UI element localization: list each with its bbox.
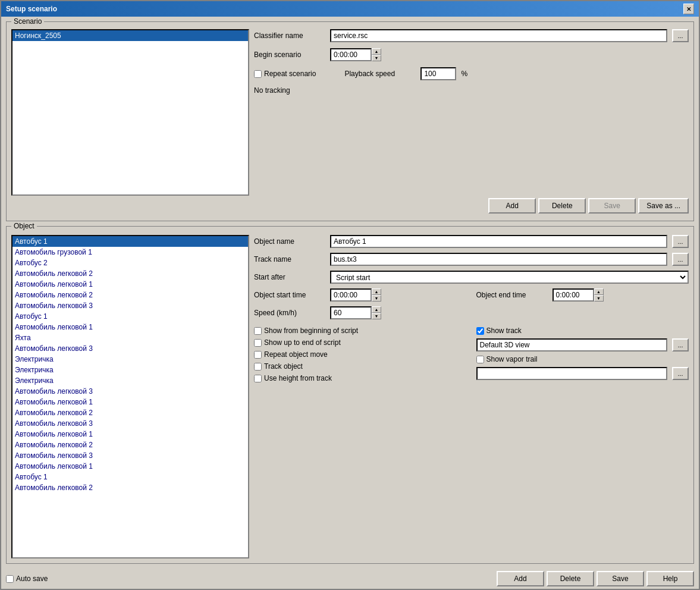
track-object-checkbox-label[interactable]: Track object: [254, 362, 467, 371]
object-start-up-button[interactable]: ▲: [372, 288, 381, 295]
show-track-checkbox-label[interactable]: Show track: [476, 327, 689, 335]
scenario-list-item[interactable]: Ногинск_2505: [12, 30, 248, 41]
object-list-item[interactable]: Электричка: [12, 354, 248, 365]
classifier-input[interactable]: [330, 29, 667, 42]
object-group-label: Object: [11, 222, 37, 230]
object-list-item[interactable]: Электричка: [12, 365, 248, 375]
speed-up-button[interactable]: ▲: [372, 306, 381, 313]
repeat-scenario-label: Repeat scenario: [264, 70, 316, 78]
speed-row: Speed (km/h) ▲ ▼: [254, 306, 689, 319]
speed-down-button[interactable]: ▼: [372, 313, 381, 319]
object-name-input[interactable]: [330, 235, 667, 248]
object-save-button[interactable]: Save: [597, 571, 644, 586]
object-start-time-row: Object start time ▲ ▼: [254, 288, 467, 302]
object-list-item-text: Автомобиль грузовой 1: [15, 248, 92, 256]
track-object-checkbox[interactable]: [254, 363, 262, 371]
object-list-item[interactable]: Автомобиль легковой 1: [12, 461, 248, 472]
object-list-item[interactable]: Яхта: [12, 332, 248, 343]
object-list-item[interactable]: Автомобиль легковой 2: [12, 407, 248, 418]
object-list-item[interactable]: Автомобиль легковой 2: [12, 482, 248, 493]
begin-scenario-input[interactable]: [330, 48, 372, 61]
show-up-to-end-checkbox-label[interactable]: Show up to end of script: [254, 338, 467, 347]
object-list-item-text: Электричка: [15, 366, 54, 374]
show-up-to-end-checkbox[interactable]: [254, 339, 262, 347]
object-list-item-text: Автобус 1: [15, 312, 48, 321]
object-list[interactable]: Автобус 1Автомобиль грузовой 1Автобус 2А…: [11, 235, 249, 558]
object-help-button[interactable]: Help: [646, 571, 694, 586]
object-name-browse-button[interactable]: ...: [672, 235, 689, 248]
scenario-save-button[interactable]: Save: [588, 198, 636, 214]
show-vapor-trail-checkbox-label[interactable]: Show vapor trail: [476, 355, 689, 363]
speed-input[interactable]: [330, 306, 372, 319]
auto-save-checkbox-label[interactable]: Auto save: [6, 575, 48, 583]
object-list-item-text: Автомобиль легковой 2: [15, 441, 93, 449]
show-track-checkbox[interactable]: [476, 327, 484, 335]
show-track-label: Show track: [486, 327, 522, 335]
track-name-browse-button[interactable]: ...: [672, 253, 689, 266]
object-list-item[interactable]: Автобус 2: [12, 258, 248, 268]
scenario-group-label: Scenario: [11, 17, 44, 26]
object-list-item-text: Автомобиль легковой 1: [15, 430, 93, 438]
use-height-checkbox[interactable]: [254, 375, 262, 382]
track-name-input[interactable]: [330, 253, 667, 266]
default-3d-view-browse-button[interactable]: ...: [672, 338, 689, 352]
speed-spinner: ▲ ▼: [330, 306, 381, 319]
object-end-up-button[interactable]: ▲: [594, 288, 604, 295]
repeat-scenario-checkbox-label[interactable]: Repeat scenario: [254, 70, 316, 78]
show-up-to-end-label: Show up to end of script: [264, 338, 341, 347]
object-list-item[interactable]: Электричка: [12, 375, 248, 386]
repeat-scenario-checkbox[interactable]: [254, 70, 262, 78]
object-delete-button[interactable]: Delete: [547, 571, 594, 586]
object-list-item[interactable]: Автомобиль легковой 1: [12, 322, 248, 332]
scenario-add-button[interactable]: Add: [488, 198, 536, 214]
object-list-item[interactable]: Автобус 1: [12, 236, 248, 247]
repeat-object-move-checkbox[interactable]: [254, 351, 262, 359]
show-from-beginning-checkbox-label[interactable]: Show from beginning of script: [254, 327, 467, 335]
scenario-list[interactable]: Ногинск_2505: [11, 29, 249, 196]
object-list-item[interactable]: Автомобиль легковой 2: [12, 268, 248, 279]
object-end-time-input[interactable]: [553, 288, 594, 302]
start-after-select[interactable]: Script start Object end: [330, 271, 689, 284]
object-list-item[interactable]: Автомобиль легковой 2: [12, 290, 248, 300]
scenario-delete-button[interactable]: Delete: [538, 198, 586, 214]
begin-scenario-label: Begin scenario: [254, 51, 325, 59]
vapor-trail-input[interactable]: [476, 367, 668, 380]
classifier-browse-button[interactable]: ...: [672, 29, 689, 42]
object-list-item[interactable]: Автомобиль легковой 3: [12, 386, 248, 397]
scenario-buttons-row: Add Delete Save Save as ...: [11, 196, 689, 216]
vapor-trail-browse-button[interactable]: ...: [672, 367, 689, 380]
object-start-spinner-buttons: ▲ ▼: [372, 288, 381, 302]
browse-icon-2: ...: [677, 238, 683, 245]
browse-icon-5: ...: [677, 370, 683, 377]
object-list-item[interactable]: Автомобиль легковой 3: [12, 343, 248, 354]
begin-scenario-up-button[interactable]: ▲: [372, 48, 381, 55]
object-list-item[interactable]: Автомобиль легковой 1: [12, 279, 248, 290]
object-list-item[interactable]: Автомобиль грузовой 1: [12, 247, 248, 258]
object-list-item[interactable]: Автомобиль легковой 1: [12, 397, 248, 407]
object-add-button[interactable]: Add: [497, 571, 544, 586]
object-buttons-row: Add Delete Save Help: [497, 571, 694, 586]
object-list-item[interactable]: Автомобиль легковой 3: [12, 418, 248, 429]
default-3d-view-input[interactable]: [476, 338, 668, 352]
object-list-item[interactable]: Автомобиль легковой 3: [12, 300, 248, 311]
begin-scenario-down-button[interactable]: ▼: [372, 55, 381, 61]
object-list-item[interactable]: Автомобиль легковой 3: [12, 450, 248, 461]
object-list-item[interactable]: Автобус 1: [12, 472, 248, 482]
object-start-down-button[interactable]: ▼: [372, 295, 381, 302]
scenario-save-as-button[interactable]: Save as ...: [638, 198, 689, 214]
show-vapor-trail-checkbox[interactable]: [476, 356, 484, 363]
repeat-object-move-checkbox-label[interactable]: Repeat object move: [254, 350, 467, 359]
object-list-container: Автобус 1Автомобиль грузовой 1Автобус 2А…: [11, 235, 249, 558]
object-list-item[interactable]: Автобус 1: [12, 311, 248, 322]
object-list-item[interactable]: Автомобиль легковой 2: [12, 440, 248, 450]
show-from-beginning-checkbox[interactable]: [254, 327, 262, 335]
auto-save-checkbox[interactable]: [6, 575, 14, 583]
object-end-down-button[interactable]: ▼: [594, 295, 604, 302]
object-list-item-text: Автомобиль легковой 2: [15, 291, 93, 299]
use-height-checkbox-label[interactable]: Use height from track: [254, 374, 467, 382]
object-start-time-input[interactable]: [330, 288, 372, 302]
playback-speed-input[interactable]: [420, 67, 456, 80]
object-list-item[interactable]: Автомобиль легковой 1: [12, 429, 248, 440]
object-group: Object Автобус 1Автомобиль грузовой 1Авт…: [6, 226, 694, 564]
close-button[interactable]: ✕: [683, 4, 694, 14]
